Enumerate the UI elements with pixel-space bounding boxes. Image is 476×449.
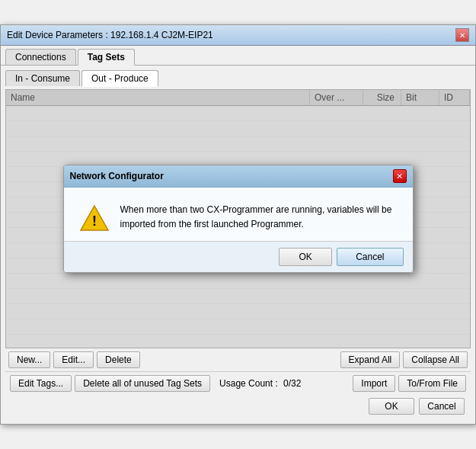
title-bar: Edit Device Parameters : 192.168.1.4 CJ2… [1,25,475,46]
sub-tab-bar: In - Consume Out - Produce [5,70,471,86]
tab-tag-sets[interactable]: Tag Sets [78,49,135,66]
new-button[interactable]: New... [8,351,50,368]
dialog-cancel-button[interactable]: Cancel [337,248,403,266]
title-controls: ✕ [455,28,469,42]
usage-label: Usage Count : 0/32 [219,378,301,389]
dialog-overlay: Network Configurator ✕ ! When more than … [6,90,470,348]
edit-button[interactable]: Edit... [53,351,94,368]
main-window: Edit Device Parameters : 192.168.1.4 CJ2… [0,24,476,425]
dialog-message: When more than two CX-Programmer are run… [120,203,392,232]
dialog-message-line2: imported from the first launched Program… [120,217,392,232]
dialog-ok-button[interactable]: OK [279,248,332,266]
dialog-footer: OK Cancel [64,241,413,272]
delete-button[interactable]: Delete [97,351,140,368]
dialog-close-button[interactable]: ✕ [393,169,407,183]
edit-tags-button[interactable]: Edit Tags... [10,375,72,392]
delete-unused-button[interactable]: Delete all of unused Tag Sets [75,375,210,392]
svg-text:!: ! [92,213,97,229]
warning-icon: ! [79,203,110,233]
sub-tab-out-produce[interactable]: Out - Produce [81,70,158,87]
to-from-file-button[interactable]: To/From File [398,375,466,392]
dialog-title: Network Configurator [70,171,164,181]
toolbar-right: Expand All Collapse All [340,351,468,368]
dialog-body: ! When more than two CX-Programmer are r… [64,188,413,241]
dialog-message-line1: When more than two CX-Programmer are run… [120,203,392,217]
window-title: Edit Device Parameters : 192.168.1.4 CJ2… [7,30,213,40]
tab-connections[interactable]: Connections [5,49,76,65]
tab-content: In - Consume Out - Produce Name Over ...… [1,66,475,424]
import-button[interactable]: Import [353,375,395,392]
window-close-button[interactable]: ✕ [455,28,469,42]
table-area: Name Over ... Size Bit ID Network Config… [5,89,471,348]
sub-tab-in-consume[interactable]: In - Consume [5,70,80,86]
bottom-right: Import To/From File [353,375,466,392]
bottom-bar: Edit Tags... Delete all of unused Tag Se… [5,371,471,395]
collapse-all-button[interactable]: Collapse All [403,351,468,368]
ok-button[interactable]: OK [369,398,414,415]
final-bar: OK Cancel [5,395,471,419]
dialog-title-bar: Network Configurator ✕ [64,165,413,188]
cancel-button[interactable]: Cancel [419,398,465,415]
expand-all-button[interactable]: Expand All [340,351,401,368]
toolbar: New... Edit... Delete Expand All Collaps… [5,348,471,371]
dialog-box: Network Configurator ✕ ! When more than … [63,165,414,273]
main-tab-bar: Connections Tag Sets [1,46,475,66]
